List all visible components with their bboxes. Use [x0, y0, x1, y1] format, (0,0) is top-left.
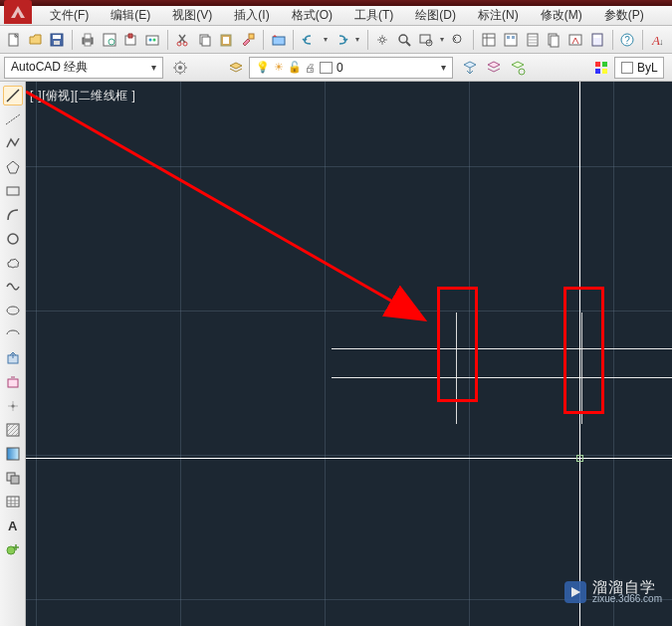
construction-line-icon[interactable] [3, 109, 23, 129]
print-icon[interactable] [78, 29, 98, 51]
color-control-icon[interactable] [590, 57, 612, 79]
zoom-previous-icon[interactable] [449, 29, 469, 51]
undo-icon[interactable] [299, 29, 319, 51]
cut-icon[interactable] [173, 29, 193, 51]
sun-icon: ☀ [272, 61, 285, 74]
layer-selector[interactable]: 💡 ☀ 🔓 🖨 0 ▾ [249, 57, 453, 79]
separator [72, 30, 73, 50]
spline-icon[interactable] [3, 277, 23, 297]
copy-icon[interactable] [195, 29, 215, 51]
menu-modify[interactable]: 修改(M) [531, 5, 592, 26]
lock-open-icon: 🔓 [288, 61, 301, 74]
svg-point-21 [380, 38, 384, 42]
color-selector[interactable]: ByL [614, 57, 664, 79]
viewport-label[interactable]: [-][俯视][二维线框 ] [30, 88, 135, 104]
paste-icon[interactable] [216, 29, 236, 51]
svg-text:A: A [8, 519, 18, 533]
svg-rect-27 [505, 34, 517, 46]
text-style-icon[interactable]: A↓ [648, 29, 668, 51]
save-icon[interactable] [47, 29, 67, 51]
redo-icon[interactable] [332, 29, 351, 51]
app-logo [4, 0, 32, 24]
draw-toolbar: A [0, 82, 26, 626]
properties-icon[interactable] [479, 29, 499, 51]
menu-view[interactable]: 视图(V) [162, 5, 222, 26]
watermark-url: zixue.3d66.com [592, 594, 662, 604]
layer-state-icons: 💡 ☀ 🔓 🖨 [256, 61, 336, 74]
gridline [36, 82, 37, 626]
menubar: 文件(F) 编辑(E) 视图(V) 插入(I) 格式(O) 工具(T) 绘图(D… [0, 6, 672, 26]
point-icon[interactable] [3, 396, 23, 416]
menu-parametric[interactable]: 参数(P) [594, 5, 654, 26]
help-icon[interactable]: ? [617, 29, 637, 51]
layer-states-icon[interactable] [483, 57, 505, 79]
publish-icon[interactable] [121, 29, 141, 51]
rectangle-icon[interactable] [3, 181, 23, 201]
layer-iso-icon[interactable] [507, 57, 529, 79]
layer-previous-icon[interactable] [459, 57, 481, 79]
tool-palettes-icon[interactable] [523, 29, 543, 51]
svg-rect-23 [420, 35, 430, 43]
circle-icon[interactable] [3, 229, 23, 249]
quickcalc-icon[interactable] [587, 29, 607, 51]
menu-edit[interactable]: 编辑(E) [101, 5, 160, 26]
polygon-icon[interactable] [3, 157, 23, 177]
svg-rect-54 [7, 448, 19, 460]
region-icon[interactable] [3, 468, 23, 488]
arc-icon[interactable] [3, 205, 23, 225]
zoom-realtime-icon[interactable] [394, 29, 414, 51]
undo-dropdown-icon[interactable]: ▾ [321, 29, 330, 51]
polyline-icon[interactable] [3, 133, 23, 153]
zoom-window-icon[interactable] [416, 29, 436, 51]
make-block-icon[interactable] [3, 372, 23, 392]
dropdown-arrow-icon: ▾ [436, 59, 450, 77]
add-selected-icon[interactable] [3, 539, 23, 559]
insert-block-icon[interactable] [3, 348, 23, 368]
menu-insert[interactable]: 插入(I) [224, 5, 279, 26]
drawing-canvas[interactable]: [-][俯视][二维线框 ] [26, 82, 672, 626]
menu-file[interactable]: 文件(F) [40, 5, 99, 26]
svg-text:?: ? [625, 35, 631, 46]
separator [612, 30, 613, 50]
markup-icon[interactable] [565, 29, 585, 51]
revision-cloud-icon[interactable] [3, 253, 23, 273]
mtext-icon[interactable]: A [3, 516, 23, 535]
ellipse-arc-icon[interactable] [3, 324, 23, 344]
ellipse-icon[interactable] [3, 301, 23, 320]
drawn-line [332, 377, 672, 378]
hatch-icon[interactable] [3, 420, 23, 440]
menu-format[interactable]: 格式(O) [282, 5, 342, 26]
svg-rect-35 [593, 35, 601, 38]
svg-rect-10 [146, 36, 158, 45]
svg-point-41 [178, 66, 182, 70]
svg-point-48 [8, 234, 18, 244]
gradient-icon[interactable] [3, 444, 23, 464]
zoom-dropdown-icon[interactable]: ▾ [438, 29, 447, 51]
menu-tools[interactable]: 工具(T) [344, 5, 403, 26]
svg-rect-51 [8, 379, 18, 387]
sheet-set-icon[interactable] [544, 29, 563, 51]
workspace-selector[interactable]: AutoCAD 经典 ▾ [4, 57, 163, 79]
workspace-settings-icon[interactable] [169, 57, 191, 79]
block-editor-icon[interactable] [269, 29, 289, 51]
match-props-icon[interactable] [238, 29, 258, 51]
pan-icon[interactable] [372, 29, 392, 51]
svg-rect-19 [249, 34, 254, 39]
layer-manager-icon[interactable] [225, 57, 247, 79]
plot-style-icon[interactable] [142, 29, 162, 51]
bulb-on-icon: 💡 [256, 61, 269, 74]
open-icon[interactable] [26, 29, 46, 51]
design-center-icon[interactable] [501, 29, 521, 51]
standard-toolbar: ▾ ▾ ▾ ? A↓ [0, 26, 672, 54]
print-preview-icon[interactable] [100, 29, 119, 51]
svg-point-49 [7, 307, 19, 314]
svg-point-12 [153, 38, 156, 41]
redo-dropdown-icon[interactable]: ▾ [353, 29, 362, 51]
line-tool-icon[interactable] [3, 86, 23, 105]
menu-dimension[interactable]: 标注(N) [468, 5, 529, 26]
new-icon[interactable] [4, 29, 24, 51]
menu-draw[interactable]: 绘图(D) [405, 5, 466, 26]
workspace: A [-][俯视][二维线框 ] [0, 82, 672, 626]
table-icon[interactable] [3, 492, 23, 512]
highlight-rect-1 [437, 287, 478, 402]
